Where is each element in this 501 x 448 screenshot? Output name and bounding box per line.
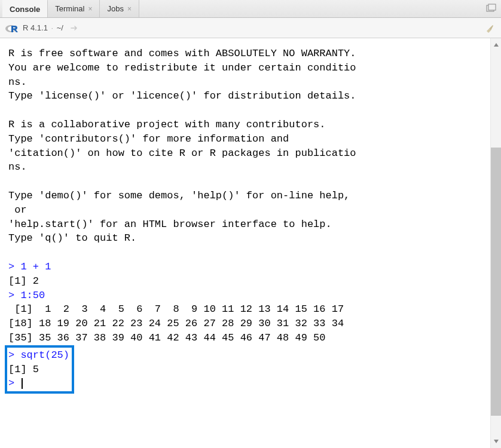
- tab-console-label: Console: [10, 5, 40, 14]
- console-text: R is a collaborative project with many c…: [8, 119, 326, 130]
- console-text: Type 'q()' to quit R.: [8, 232, 136, 244]
- tab-jobs[interactable]: Jobs ×: [100, 0, 139, 17]
- console-result: [1] 2: [8, 275, 39, 287]
- scroll-down-button[interactable]: [491, 435, 501, 448]
- share-icon[interactable]: [71, 24, 80, 32]
- console-result: [1] 1 2 3 4 5 6 7 8 9 10 11 12 13 14 15 …: [8, 303, 344, 315]
- highlighted-region: > sqrt(25) [1] 5 >: [5, 345, 74, 394]
- console-text: ns.: [8, 76, 27, 88]
- working-directory[interactable]: ~/: [57, 23, 63, 32]
- console-text: Type 'contributors()' for more informati…: [8, 133, 289, 145]
- scroll-thumb[interactable]: [491, 148, 501, 416]
- maximize-pane-button[interactable]: [485, 4, 496, 13]
- r-version-label: R 4.1.1 · ~/: [23, 23, 63, 32]
- scroll-up-button[interactable]: [491, 38, 501, 51]
- tab-terminal[interactable]: Terminal ×: [48, 0, 100, 17]
- console-toolbar: R 4.1.1 · ~/: [0, 18, 501, 38]
- close-icon[interactable]: ×: [88, 5, 92, 13]
- prompt: >: [8, 261, 20, 272]
- vertical-scrollbar[interactable]: [490, 38, 501, 448]
- console-input: sqrt(25): [20, 349, 69, 361]
- clear-console-icon[interactable]: [484, 23, 495, 35]
- console-result: [1] 5: [8, 364, 39, 375]
- console-output-area[interactable]: R is free software and comes with ABSOLU…: [0, 38, 490, 448]
- console-wrapper: R is free software and comes with ABSOLU…: [0, 38, 501, 448]
- console-result: [35] 35 36 37 38 39 40 41 42 43 44 45 46…: [8, 332, 326, 343]
- prompt: >: [8, 290, 20, 301]
- tab-jobs-label: Jobs: [107, 4, 123, 13]
- console-input: 1 + 1: [20, 261, 51, 272]
- path-separator: ·: [51, 23, 56, 32]
- prompt: >: [8, 349, 20, 361]
- console-text: Type 'demo()' for some demos, 'help()' f…: [8, 190, 350, 201]
- tab-console[interactable]: Console: [2, 0, 48, 17]
- svg-rect-1: [488, 4, 496, 10]
- console-text: Type 'license()' or 'licence()' for dist…: [8, 90, 356, 102]
- console-text: You are welcome to redistribute it under…: [8, 62, 356, 73]
- tab-bar: Console Terminal × Jobs ×: [0, 0, 501, 18]
- prompt: >: [8, 378, 20, 389]
- r-logo-icon[interactable]: [5, 23, 18, 33]
- r-version-text: R 4.1.1: [23, 23, 48, 32]
- console-text: 'help.start()' for an HTML browser inter…: [8, 219, 332, 230]
- console-text: 'citation()' on how to cite R or R packa…: [8, 148, 356, 159]
- scroll-track[interactable]: [491, 51, 501, 435]
- tab-terminal-label: Terminal: [55, 4, 84, 13]
- console-text: or: [8, 204, 27, 216]
- text-cursor: [22, 378, 23, 389]
- console-text: ns.: [8, 161, 27, 173]
- console-result: [18] 18 19 20 21 22 23 24 25 26 27 28 29…: [8, 318, 344, 329]
- console-text: R is free software and comes with ABSOLU…: [8, 48, 356, 59]
- console-input: 1:50: [20, 290, 45, 301]
- close-icon[interactable]: ×: [127, 5, 132, 13]
